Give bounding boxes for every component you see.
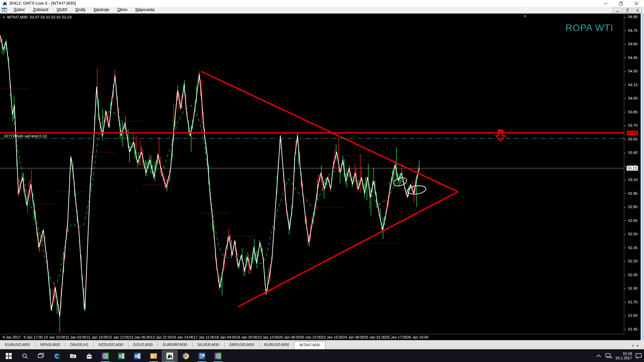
blue-app-taskbar-icon[interactable] <box>194 350 210 362</box>
network-icon[interactable] <box>605 353 612 359</box>
tab-scroll-right-icon[interactable]: ▸ <box>637 344 639 347</box>
mt4-window: 30412: GKFX-Live-3 - [WTIH7,M30] SúborZo… <box>0 0 644 350</box>
tray-chevron-icon[interactable] <box>596 354 601 358</box>
chart-tab-wtih7m30[interactable]: WTIH7,M30 <box>294 341 325 349</box>
taskbar: 15:18 26.1.2017 XW <box>0 350 644 362</box>
time-axis-label: 11 Jan 03:00 <box>65 335 87 339</box>
time-axis-label: 18 Jan 04:00 <box>215 335 236 339</box>
triangle-upper-trendline[interactable] <box>201 71 458 192</box>
time-axis-label: 13 Jan 21:00 <box>151 335 172 339</box>
mdi-close-button[interactable] <box>633 8 642 13</box>
price-tick <box>624 112 626 112</box>
tab-scroll-left-icon[interactable]: ◂ <box>632 344 634 347</box>
chart-dropdown-arrow[interactable]: ▼ <box>2 16 5 19</box>
price-axis-label: 53.70 <box>628 123 638 127</box>
window-edge-strip <box>641 13 644 350</box>
price-axis-label: 53.10 <box>628 178 638 182</box>
chart-tab-gbpusdm30[interactable]: GBPUSD,M30 <box>224 341 259 349</box>
price-tick <box>624 85 626 85</box>
price-tick <box>624 207 626 207</box>
chart-ohlc-label: ▼WTIH7,M30 53.07 53.31 52.91 53.23 <box>2 15 71 19</box>
level-price-tag: 53.62 <box>627 131 638 135</box>
time-axis-label: 20 Jan 06:00 <box>279 335 300 339</box>
price-tick <box>624 302 626 302</box>
clock-date: 26.1.2017 <box>615 356 632 360</box>
search-taskbar-icon[interactable] <box>17 350 33 362</box>
price-tick <box>624 58 626 58</box>
time-axis-label: 18 Jan 20:00 <box>236 335 258 339</box>
time-axis-label: 9 Jan 17:00 <box>23 335 43 339</box>
menu-item-vloi[interactable]: Vložiť <box>53 7 71 13</box>
chart-tab-eurgbpm30[interactable]: EURGBP,M30 <box>158 341 192 349</box>
price-tick <box>624 153 626 153</box>
sell-limit-order-label: #27726540 sell limit 0.10 <box>4 134 47 138</box>
menu-item-zobrazi[interactable]: Zobraziť <box>29 7 52 13</box>
time-axis-label: 25 Jan 17:00 <box>386 335 407 339</box>
menu-item-okno[interactable]: Okno <box>113 7 131 13</box>
chart-tab-eurusdm30[interactable]: EURUSD,M30 <box>0 341 35 349</box>
time-axis-label: 16 Jan 14:00 <box>172 335 194 339</box>
close-button[interactable] <box>629 0 644 7</box>
time-axis-label: 17 Jan 11:00 <box>194 335 215 339</box>
chart-window-icon[interactable] <box>2 8 7 12</box>
chart-tab-eurusdm30[interactable]: EURUSD,M30 <box>259 341 294 349</box>
menu-item-nstroje[interactable]: Nástroje <box>90 7 113 13</box>
price-tick <box>624 71 626 72</box>
chart-tab-goldm30[interactable]: GOLD,M30 <box>128 341 158 349</box>
current-bid-price-tag: 53.23 <box>627 166 638 171</box>
chart-shift-marker[interactable]: ▼ <box>523 14 527 18</box>
price-axis-label: 52.65 <box>628 219 638 223</box>
chart-area: #27726540 sell limit 0.10 ▼WTIH7,M30 53.… <box>0 13 644 340</box>
price-axis-label: 51.75 <box>628 300 638 304</box>
time-axis-label: 9 Jan 2017 <box>3 335 21 339</box>
chart-tab-sp500m30[interactable]: SP500,M30 <box>35 341 65 349</box>
time-axis-label: 26 Jan 10:00 <box>407 335 428 339</box>
minimize-button[interactable] <box>598 0 613 7</box>
price-tick <box>624 17 626 17</box>
restore-button[interactable] <box>613 0 629 7</box>
media-app-taskbar-icon[interactable] <box>97 350 113 362</box>
price-axis-label: 53.85 <box>628 110 638 114</box>
price-axis-label: 52.05 <box>628 273 638 277</box>
price-tick <box>624 221 626 221</box>
file-explorer-taskbar-icon[interactable] <box>65 350 81 362</box>
chart-watermark: ROPA WTI <box>566 22 613 33</box>
action-center-icon[interactable] <box>635 353 642 359</box>
chart-canvas[interactable]: #27726540 sell limit 0.10 <box>0 14 624 334</box>
triangle-lower-trendline[interactable] <box>238 192 458 307</box>
excel-taskbar-icon[interactable]: X <box>113 350 129 362</box>
price-axis-label: 51.45 <box>628 327 638 331</box>
mt4-app-icon <box>2 1 7 6</box>
chrome-taskbar-icon[interactable] <box>178 350 194 362</box>
outlook-taskbar-icon[interactable] <box>146 350 162 362</box>
mdi-restore-button[interactable] <box>623 8 632 13</box>
time-axis-label: 24 Jan 08:00 <box>343 335 364 339</box>
price-axis-label: 54.75 <box>628 28 638 33</box>
chart-tab-silverm30[interactable]: SILVER,M30 <box>192 341 224 349</box>
start-taskbar-icon[interactable] <box>1 350 17 362</box>
store-taskbar-icon[interactable] <box>81 350 97 362</box>
price-axis-label: 53.40 <box>628 150 638 155</box>
edge-taskbar-icon[interactable] <box>49 350 65 362</box>
chart-tab-nzdusdm30[interactable]: NZDUSD,M30 <box>94 341 128 349</box>
time-axis-label: 20 Jan 22:00 <box>300 335 322 339</box>
menu-item-npoveda[interactable]: Nápoveda <box>131 7 159 13</box>
metatrader-taskbar-icon[interactable] <box>162 350 178 362</box>
clock[interactable]: 15:18 26.1.2017 <box>615 352 632 360</box>
word-taskbar-icon[interactable]: W <box>129 350 146 362</box>
price-tick <box>624 44 626 45</box>
price-tick <box>624 248 626 248</box>
price-tick <box>624 99 626 99</box>
price-tick <box>624 289 626 289</box>
price-axis-label: 52.20 <box>628 259 638 263</box>
task-view-taskbar-icon[interactable] <box>33 350 49 362</box>
time-axis[interactable]: 9 Jan 20179 Jan 17:0010 Jan 10:0011 Jan … <box>0 334 624 341</box>
menu-item-sbor[interactable]: Súbor <box>10 7 29 13</box>
price-axis-label: 53.55 <box>628 137 638 141</box>
chart-tab-dax30h1[interactable]: DAX30,H1 <box>65 341 93 349</box>
mdi-minimize-button[interactable] <box>613 8 622 13</box>
price-axis-label: 51.60 <box>628 313 638 317</box>
price-axis-label: 52.80 <box>628 205 638 209</box>
menu-item-grafy[interactable]: Grafy <box>71 7 90 13</box>
media-app-2-taskbar-icon[interactable] <box>210 350 226 362</box>
